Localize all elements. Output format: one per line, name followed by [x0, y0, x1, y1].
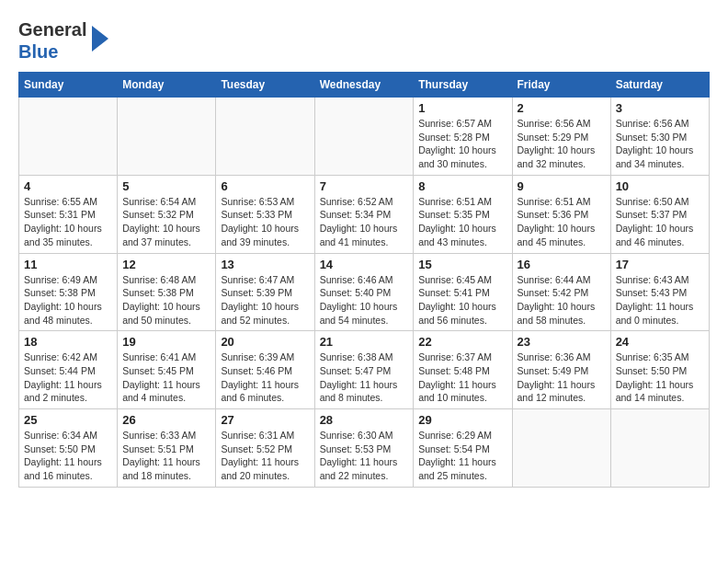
day-number: 23 — [518, 335, 606, 349]
calendar-cell: 2Sunrise: 6:56 AM Sunset: 5:29 PM Daylig… — [512, 98, 610, 176]
calendar: SundayMondayTuesdayWednesdayThursdayFrid… — [18, 72, 710, 488]
calendar-cell — [610, 409, 709, 488]
day-info: Sunrise: 6:53 AM Sunset: 5:33 PM Dayligh… — [221, 195, 309, 249]
day-info: Sunrise: 6:31 AM Sunset: 5:52 PM Dayligh… — [221, 429, 309, 483]
weekday-header-thursday: Thursday — [414, 73, 512, 98]
calendar-cell — [314, 98, 414, 176]
day-number: 5 — [122, 179, 210, 193]
day-number: 16 — [518, 258, 606, 271]
day-number: 3 — [616, 101, 704, 115]
day-info: Sunrise: 6:34 AM Sunset: 5:50 PM Dayligh… — [24, 429, 112, 483]
calendar-cell: 12Sunrise: 6:48 AM Sunset: 5:38 PM Dayli… — [118, 253, 216, 331]
calendar-cell: 11Sunrise: 6:49 AM Sunset: 5:38 PM Dayli… — [19, 253, 118, 331]
day-info: Sunrise: 6:35 AM Sunset: 5:50 PM Dayligh… — [616, 350, 704, 405]
calendar-cell: 19Sunrise: 6:41 AM Sunset: 5:45 PM Dayli… — [118, 331, 216, 409]
day-number: 10 — [616, 179, 704, 193]
calendar-cell: 3Sunrise: 6:56 AM Sunset: 5:30 PM Daylig… — [610, 98, 709, 176]
calendar-cell: 27Sunrise: 6:31 AM Sunset: 5:52 PM Dayli… — [216, 409, 314, 488]
calendar-cell: 15Sunrise: 6:45 AM Sunset: 5:41 PM Dayli… — [414, 253, 512, 331]
day-number: 4 — [24, 179, 112, 193]
weekday-header-wednesday: Wednesday — [314, 73, 414, 98]
day-info: Sunrise: 6:56 AM Sunset: 5:30 PM Dayligh… — [616, 117, 704, 171]
calendar-cell: 17Sunrise: 6:43 AM Sunset: 5:43 PM Dayli… — [610, 253, 709, 331]
day-info: Sunrise: 6:37 AM Sunset: 5:48 PM Dayligh… — [418, 350, 506, 405]
day-number: 27 — [221, 413, 309, 427]
calendar-cell — [216, 98, 314, 176]
calendar-week-2: 4Sunrise: 6:55 AM Sunset: 5:31 PM Daylig… — [19, 175, 710, 253]
day-info: Sunrise: 6:41 AM Sunset: 5:45 PM Dayligh… — [122, 350, 210, 405]
calendar-week-5: 25Sunrise: 6:34 AM Sunset: 5:50 PM Dayli… — [19, 409, 710, 488]
day-info: Sunrise: 6:44 AM Sunset: 5:42 PM Dayligh… — [518, 273, 606, 327]
day-number: 12 — [122, 258, 210, 271]
day-number: 19 — [122, 335, 210, 349]
day-number: 1 — [418, 101, 506, 115]
calendar-week-4: 18Sunrise: 6:42 AM Sunset: 5:44 PM Dayli… — [19, 331, 710, 409]
day-info: Sunrise: 6:57 AM Sunset: 5:28 PM Dayligh… — [418, 117, 506, 171]
day-number: 15 — [418, 258, 506, 271]
day-number: 18 — [24, 335, 112, 349]
day-info: Sunrise: 6:42 AM Sunset: 5:44 PM Dayligh… — [24, 350, 112, 405]
calendar-cell — [512, 409, 610, 488]
day-number: 14 — [320, 258, 409, 271]
calendar-cell — [19, 98, 118, 176]
calendar-cell: 14Sunrise: 6:46 AM Sunset: 5:40 PM Dayli… — [314, 253, 414, 331]
day-info: Sunrise: 6:29 AM Sunset: 5:54 PM Dayligh… — [418, 429, 506, 483]
calendar-cell: 1Sunrise: 6:57 AM Sunset: 5:28 PM Daylig… — [414, 98, 512, 176]
weekday-header-monday: Monday — [118, 73, 216, 98]
calendar-cell: 24Sunrise: 6:35 AM Sunset: 5:50 PM Dayli… — [610, 331, 709, 409]
calendar-cell: 6Sunrise: 6:53 AM Sunset: 5:33 PM Daylig… — [216, 175, 314, 253]
day-info: Sunrise: 6:38 AM Sunset: 5:47 PM Dayligh… — [320, 350, 409, 405]
calendar-cell: 16Sunrise: 6:44 AM Sunset: 5:42 PM Dayli… — [512, 253, 610, 331]
calendar-header-row: SundayMondayTuesdayWednesdayThursdayFrid… — [19, 73, 710, 98]
day-number: 11 — [24, 258, 112, 271]
calendar-cell: 22Sunrise: 6:37 AM Sunset: 5:48 PM Dayli… — [414, 331, 512, 409]
day-number: 8 — [418, 179, 506, 193]
day-number: 6 — [221, 179, 309, 193]
day-number: 9 — [518, 179, 606, 193]
day-number: 25 — [24, 413, 112, 427]
calendar-cell: 7Sunrise: 6:52 AM Sunset: 5:34 PM Daylig… — [314, 175, 414, 253]
logo-arrow-icon — [92, 26, 108, 52]
day-info: Sunrise: 6:46 AM Sunset: 5:40 PM Dayligh… — [320, 273, 409, 327]
calendar-cell: 29Sunrise: 6:29 AM Sunset: 5:54 PM Dayli… — [414, 409, 512, 488]
day-info: Sunrise: 6:45 AM Sunset: 5:41 PM Dayligh… — [418, 273, 506, 327]
calendar-cell: 23Sunrise: 6:36 AM Sunset: 5:49 PM Dayli… — [512, 331, 610, 409]
calendar-cell: 9Sunrise: 6:51 AM Sunset: 5:36 PM Daylig… — [512, 175, 610, 253]
day-number: 2 — [518, 101, 606, 115]
calendar-cell: 20Sunrise: 6:39 AM Sunset: 5:46 PM Dayli… — [216, 331, 314, 409]
day-info: Sunrise: 6:49 AM Sunset: 5:38 PM Dayligh… — [24, 273, 112, 327]
calendar-week-1: 1Sunrise: 6:57 AM Sunset: 5:28 PM Daylig… — [19, 98, 710, 176]
day-number: 26 — [122, 413, 210, 427]
day-number: 24 — [616, 335, 704, 349]
logo: General Blue — [18, 18, 108, 63]
logo-line2: Blue — [18, 40, 86, 63]
day-info: Sunrise: 6:47 AM Sunset: 5:39 PM Dayligh… — [221, 273, 309, 327]
calendar-cell: 10Sunrise: 6:50 AM Sunset: 5:37 PM Dayli… — [610, 175, 709, 253]
day-number: 29 — [418, 413, 506, 427]
logo-line1: General — [18, 18, 86, 40]
day-info: Sunrise: 6:43 AM Sunset: 5:43 PM Dayligh… — [616, 273, 704, 327]
day-number: 22 — [418, 335, 506, 349]
day-info: Sunrise: 6:54 AM Sunset: 5:32 PM Dayligh… — [122, 195, 210, 249]
day-number: 17 — [616, 258, 704, 271]
day-info: Sunrise: 6:48 AM Sunset: 5:38 PM Dayligh… — [122, 273, 210, 327]
weekday-header-sunday: Sunday — [19, 73, 118, 98]
calendar-cell: 25Sunrise: 6:34 AM Sunset: 5:50 PM Dayli… — [19, 409, 118, 488]
day-number: 28 — [320, 413, 409, 427]
day-number: 21 — [320, 335, 409, 349]
day-info: Sunrise: 6:30 AM Sunset: 5:53 PM Dayligh… — [320, 429, 409, 483]
calendar-cell — [118, 98, 216, 176]
calendar-cell: 21Sunrise: 6:38 AM Sunset: 5:47 PM Dayli… — [314, 331, 414, 409]
day-info: Sunrise: 6:33 AM Sunset: 5:51 PM Dayligh… — [122, 429, 210, 483]
calendar-cell: 18Sunrise: 6:42 AM Sunset: 5:44 PM Dayli… — [19, 331, 118, 409]
header: General Blue — [18, 18, 710, 63]
day-info: Sunrise: 6:36 AM Sunset: 5:49 PM Dayligh… — [518, 350, 606, 405]
day-info: Sunrise: 6:51 AM Sunset: 5:35 PM Dayligh… — [418, 195, 506, 249]
day-number: 13 — [221, 258, 309, 271]
day-info: Sunrise: 6:50 AM Sunset: 5:37 PM Dayligh… — [616, 195, 704, 249]
calendar-cell: 28Sunrise: 6:30 AM Sunset: 5:53 PM Dayli… — [314, 409, 414, 488]
day-info: Sunrise: 6:55 AM Sunset: 5:31 PM Dayligh… — [24, 195, 112, 249]
weekday-header-tuesday: Tuesday — [216, 73, 314, 98]
calendar-cell: 5Sunrise: 6:54 AM Sunset: 5:32 PM Daylig… — [118, 175, 216, 253]
weekday-header-friday: Friday — [512, 73, 610, 98]
